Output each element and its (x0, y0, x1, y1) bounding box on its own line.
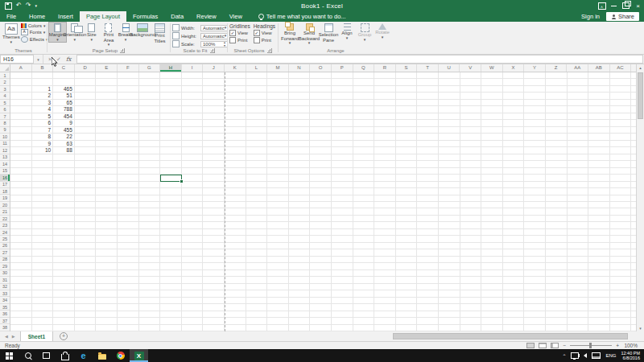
tab-home[interactable]: Home (23, 11, 52, 22)
cell-B4[interactable]: 2 (32, 93, 52, 99)
column-header-AB[interactable]: AB (588, 64, 610, 72)
row-header-29[interactable]: 29 (0, 263, 10, 269)
checkbox-icon[interactable] (254, 37, 260, 43)
button-print-area[interactable]: Print Area▾ (100, 23, 117, 47)
horizontal-scrollbar[interactable] (391, 333, 634, 339)
checkbox-icon[interactable] (229, 37, 236, 43)
row-header-17[interactable]: 17 (0, 182, 10, 188)
edge-button[interactable]: e (74, 349, 93, 362)
row-header-10[interactable]: 10 (0, 134, 10, 140)
column-header-D[interactable]: D (75, 64, 97, 72)
row-header-22[interactable]: 22 (0, 216, 10, 222)
cell-grid[interactable]: 1465251365478854546974558229631088 (10, 72, 636, 331)
qat-dropdown-icon[interactable]: ▾ (35, 2, 37, 9)
row-header-19[interactable]: 19 (0, 195, 10, 201)
row-header-34[interactable]: 34 (0, 297, 10, 303)
row-header-31[interactable]: 31 (0, 277, 10, 283)
row-header-4[interactable]: 4 (0, 93, 10, 99)
minimize-button[interactable] (608, 0, 620, 11)
column-header-X[interactable]: X (503, 64, 525, 72)
row-header-20[interactable]: 20 (0, 202, 10, 208)
row-header-1[interactable]: 1 (0, 72, 10, 79)
column-header-S[interactable]: S (396, 64, 418, 72)
checkbox-icon[interactable]: ✓ (229, 30, 236, 36)
undo-icon[interactable]: ↶ (16, 2, 22, 9)
height-field[interactable]: Height: Automatic▾ (172, 32, 228, 39)
column-header-G[interactable]: G (139, 64, 161, 72)
select-all-corner[interactable] (0, 64, 10, 72)
horizontal-scroll-thumb[interactable] (393, 333, 628, 339)
row-header-11[interactable]: 11 (0, 141, 10, 147)
button-orientation[interactable]: Orientation▾ (66, 23, 83, 42)
row-header-15[interactable]: 15 (0, 168, 10, 175)
row-header-18[interactable]: 18 (0, 188, 10, 195)
row-header-9[interactable]: 9 (0, 127, 10, 134)
cell-B6[interactable]: 4 (32, 106, 52, 113)
row-header-21[interactable]: 21 (0, 208, 10, 215)
column-header-A[interactable]: A (10, 64, 32, 72)
sheet-tab-sheet1[interactable]: Sheet1 (20, 331, 53, 341)
column-header-L[interactable]: L (246, 64, 268, 72)
cell-C5[interactable]: 65 (53, 100, 72, 106)
row-header-28[interactable]: 28 (0, 257, 10, 263)
checkbox-headings-view[interactable]: ✓View (254, 30, 275, 36)
page-break-view-button[interactable] (551, 343, 559, 348)
cell-C3[interactable]: 465 (53, 86, 72, 93)
row-header-2[interactable]: 2 (0, 79, 10, 85)
column-header-AC[interactable]: AC (610, 64, 632, 72)
cell-cursor[interactable] (160, 175, 183, 182)
dialog-launcher-icon[interactable] (210, 48, 215, 53)
column-header-Q[interactable]: Q (353, 64, 375, 72)
tab-view[interactable]: View (223, 11, 249, 22)
cell-C6[interactable]: 788 (53, 106, 72, 113)
cell-C12[interactable]: 88 (53, 147, 72, 154)
new-sheet-button[interactable]: + (60, 332, 68, 340)
name-box[interactable]: H16 (0, 55, 34, 64)
column-header-F[interactable]: F (118, 64, 139, 72)
zoom-slider-thumb[interactable] (589, 343, 592, 348)
insert-function-icon[interactable]: fx (66, 56, 72, 63)
column-header-T[interactable]: T (417, 64, 439, 72)
row-header-35[interactable]: 35 (0, 304, 10, 311)
row-header-36[interactable]: 36 (0, 311, 10, 317)
cell-B9[interactable]: 7 (32, 127, 52, 134)
row-header-5[interactable]: 5 (0, 100, 10, 106)
checkbox-gridlines-print[interactable]: Print (229, 37, 250, 43)
tab-file[interactable]: File (0, 11, 23, 22)
checkbox-icon[interactable]: ✓ (254, 30, 260, 36)
button-selection-pane[interactable]: Selection Pane (319, 23, 338, 43)
column-header-R[interactable]: R (374, 64, 396, 72)
formula-input[interactable] (76, 55, 643, 64)
close-button[interactable]: × (632, 0, 644, 11)
themes-button[interactable]: Aa Themes ▾ (2, 23, 21, 44)
button-size[interactable]: Size▾ (83, 23, 100, 42)
row-header-3[interactable]: 3 (0, 86, 10, 93)
button-align[interactable]: Align▾ (338, 23, 356, 40)
file-explorer-button[interactable] (93, 349, 111, 362)
width-field[interactable]: Width: Automatic▾ (172, 24, 228, 31)
width-dropdown[interactable]: Automatic▾ (200, 25, 228, 31)
search-button[interactable] (19, 349, 37, 362)
button-send-backward[interactable]: Send Backward▾ (299, 23, 319, 45)
start-button[interactable] (0, 349, 19, 362)
cell-C4[interactable]: 51 (53, 93, 72, 99)
column-header-B[interactable]: B (32, 64, 54, 72)
row-header-23[interactable]: 23 (0, 222, 10, 228)
cell-C11[interactable]: 63 (53, 141, 72, 147)
cell-B10[interactable]: 8 (32, 134, 52, 140)
row-header-24[interactable]: 24 (0, 229, 10, 236)
column-header-Y[interactable]: Y (524, 64, 546, 72)
effects-button[interactable]: Effects▾ (21, 36, 48, 43)
height-dropdown[interactable]: Automatic▾ (200, 33, 228, 39)
save-icon[interactable] (5, 2, 12, 10)
ribbon-display-options-button[interactable]: ˄ (596, 0, 608, 11)
store-button[interactable] (56, 349, 74, 362)
column-header-I[interactable]: I (182, 64, 204, 72)
share-button[interactable]: Share (606, 12, 639, 21)
redo-icon[interactable]: ↷ (26, 2, 31, 9)
column-header-J[interactable]: J (203, 64, 225, 72)
row-header-27[interactable]: 27 (0, 249, 10, 256)
row-header-38[interactable]: 38 (0, 324, 10, 331)
cell-B3[interactable]: 1 (32, 86, 52, 93)
row-header-13[interactable]: 13 (0, 154, 10, 161)
